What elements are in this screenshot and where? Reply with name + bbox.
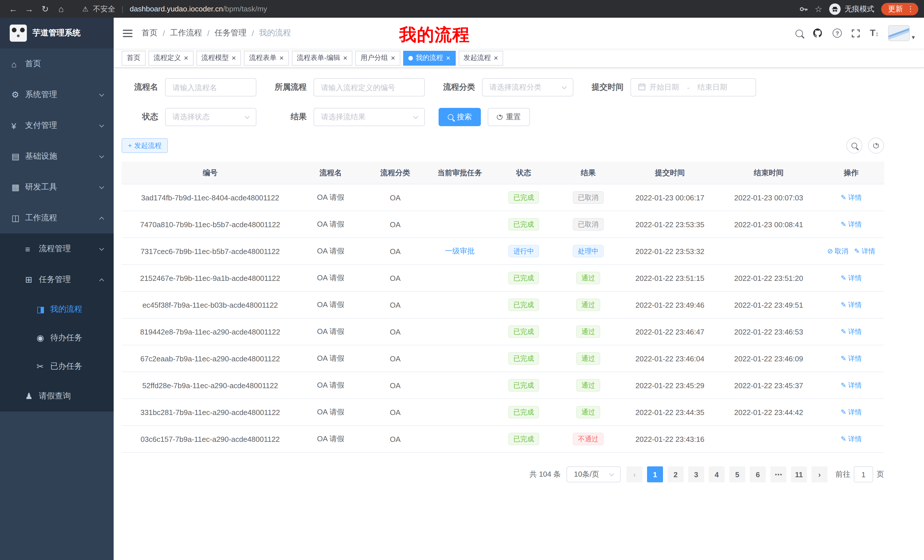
cell-end-time: 2022-01-22 23:46:09 xyxy=(719,354,818,363)
close-icon[interactable]: × xyxy=(494,54,498,61)
toggle-search-button[interactable] xyxy=(846,138,862,154)
breadcrumb: 首页 / 工作流程 / 任务管理 / 我的流程 xyxy=(142,28,291,38)
pager-page[interactable]: 6 xyxy=(750,466,766,482)
github-icon[interactable] xyxy=(813,28,823,38)
forward-icon[interactable]: → xyxy=(22,2,36,16)
cell-actions: ✎详情 xyxy=(818,220,884,229)
back-icon[interactable]: ← xyxy=(6,2,21,16)
parent-process-input[interactable] xyxy=(314,78,425,96)
tab-process-definition[interactable]: 流程定义× xyxy=(148,51,193,65)
process-name-input[interactable] xyxy=(165,78,256,96)
reset-button[interactable]: 重置 xyxy=(488,108,530,126)
fullscreen-icon[interactable] xyxy=(852,29,860,37)
cell-status: 已完成 xyxy=(492,218,556,231)
update-button[interactable]: 更新 ⋮ xyxy=(881,3,918,15)
pager-page[interactable]: 11 xyxy=(791,466,807,482)
close-icon[interactable]: × xyxy=(446,54,450,61)
sidebar-item-leave-query[interactable]: ♟请假查询 xyxy=(0,381,114,412)
action-label: 详情 xyxy=(848,380,862,390)
cancel-action[interactable]: ⊘取消 xyxy=(827,246,848,256)
cell-result: 不通过 xyxy=(556,433,621,445)
sidebar-item-workflow[interactable]: ◫工作流程 xyxy=(0,203,114,234)
pager-next[interactable]: › xyxy=(812,466,828,482)
font-size-icon[interactable]: T↕ xyxy=(870,28,879,38)
tab-my-process[interactable]: 我的流程× xyxy=(403,51,455,65)
bookmark-star-icon[interactable]: ☆ xyxy=(814,4,822,14)
detail-action[interactable]: ✎详情 xyxy=(841,353,862,363)
sidebar-item-home[interactable]: ⌂首页 xyxy=(0,48,114,79)
sidebar-item-process-management[interactable]: ≡流程管理 xyxy=(0,234,114,264)
search-icon xyxy=(448,114,453,120)
status-select[interactable]: 请选择状态 xyxy=(165,108,256,126)
pager-page[interactable]: 3 xyxy=(688,466,704,482)
tab-start-process[interactable]: 发起流程× xyxy=(458,51,503,65)
address-bar[interactable]: ⚠ 不安全 | dashboard.yudao.iocoder.cn/bpm/t… xyxy=(82,4,798,14)
url-path: /bpm/task/my xyxy=(223,4,267,13)
filter-label: 提交时间 xyxy=(587,82,624,93)
pager-page[interactable]: 4 xyxy=(709,466,725,482)
tab-home[interactable]: 首页 xyxy=(122,51,146,65)
detail-action[interactable]: ✎详情 xyxy=(841,327,862,337)
refresh-table-button[interactable] xyxy=(868,138,884,154)
detail-action[interactable]: ✎详情 xyxy=(841,193,862,202)
sidebar-item-done-tasks[interactable]: ✂已办任务 xyxy=(0,352,114,381)
breadcrumb-item[interactable]: 任务管理 xyxy=(215,28,247,38)
user-avatar[interactable]: ▾ xyxy=(888,25,915,41)
detail-action[interactable]: ✎详情 xyxy=(841,434,862,444)
tab-process-form[interactable]: 流程表单× xyxy=(244,51,289,65)
sidebar-item-todo-tasks[interactable]: ◉待办任务 xyxy=(0,324,114,352)
goto-page-input[interactable] xyxy=(854,466,873,482)
sidebar-item-system[interactable]: ⚙系统管理 xyxy=(0,79,114,110)
detail-action[interactable]: ✎详情 xyxy=(841,273,862,283)
detail-icon: ✎ xyxy=(841,435,846,443)
search-button[interactable]: 搜索 xyxy=(439,108,481,126)
close-icon[interactable]: × xyxy=(279,54,284,61)
sidebar-item-task-management[interactable]: ⊞任务管理 xyxy=(0,264,114,295)
tab-process-form-edit[interactable]: 流程表单-编辑× xyxy=(292,51,352,65)
detail-action[interactable]: ✎详情 xyxy=(841,380,862,390)
search-icon[interactable] xyxy=(795,29,803,37)
date-range-picker[interactable]: 开始日期 - 结束日期 xyxy=(630,78,756,96)
breadcrumb-item[interactable]: 工作流程 xyxy=(170,28,202,38)
pager-page[interactable]: 2 xyxy=(668,466,684,482)
pager-prev[interactable]: ‹ xyxy=(627,466,642,482)
detail-action[interactable]: ✎详情 xyxy=(854,246,875,256)
page-size-select[interactable]: 10条/页 xyxy=(567,466,621,482)
detail-action[interactable]: ✎详情 xyxy=(841,407,862,417)
home-browser-icon[interactable]: ⌂ xyxy=(54,2,69,16)
sidebar-item-label: 已办任务 xyxy=(50,361,82,371)
reload-icon[interactable]: ↻ xyxy=(38,2,52,16)
pager-more[interactable]: ⋯ xyxy=(770,466,786,482)
app-logo[interactable]: 芋道管理系统 xyxy=(0,18,114,48)
close-icon[interactable]: × xyxy=(391,54,395,61)
tab-user-group[interactable]: 用户分组× xyxy=(356,51,400,65)
start-process-button[interactable]: + 发起流程 xyxy=(122,138,168,153)
cell-submit-time: 2022-01-22 23:44:35 xyxy=(621,408,719,416)
sidebar-item-payment[interactable]: ¥支付管理 xyxy=(0,110,114,141)
browser-menu-icon[interactable]: ⋮ xyxy=(907,4,914,13)
sidebar-item-infrastructure[interactable]: ▤基础设施 xyxy=(0,141,114,172)
result-select[interactable]: 请选择流结果 xyxy=(314,108,425,126)
breadcrumb-item[interactable]: 首页 xyxy=(142,28,158,38)
category-select[interactable]: 请选择流程分类 xyxy=(482,78,573,96)
hamburger-icon[interactable] xyxy=(123,29,132,37)
detail-action[interactable]: ✎详情 xyxy=(841,220,862,229)
chat-icon: ◨ xyxy=(36,304,50,314)
tab-process-model[interactable]: 流程模型× xyxy=(196,51,241,65)
cell-status: 进行中 xyxy=(492,245,556,258)
breadcrumb-current: 我的流程 xyxy=(259,28,291,38)
cancel-icon: ⊘ xyxy=(827,247,833,255)
pager-page[interactable]: 5 xyxy=(729,466,745,482)
sidebar-item-my-process[interactable]: ◨我的流程 xyxy=(0,295,114,324)
close-icon[interactable]: × xyxy=(232,54,236,61)
close-icon[interactable]: × xyxy=(343,54,348,61)
help-icon[interactable]: ? xyxy=(832,28,842,38)
detail-action[interactable]: ✎详情 xyxy=(841,300,862,310)
sidebar-item-devtools[interactable]: ▦研发工具 xyxy=(0,172,114,203)
password-key-icon[interactable] xyxy=(799,4,808,13)
status-tag: 已完成 xyxy=(508,325,539,338)
pager-page[interactable]: 1 xyxy=(647,466,663,482)
close-icon[interactable]: × xyxy=(184,54,188,61)
task-link[interactable]: 一级审批 xyxy=(445,246,475,256)
app-title: 芋道管理系统 xyxy=(33,28,81,38)
